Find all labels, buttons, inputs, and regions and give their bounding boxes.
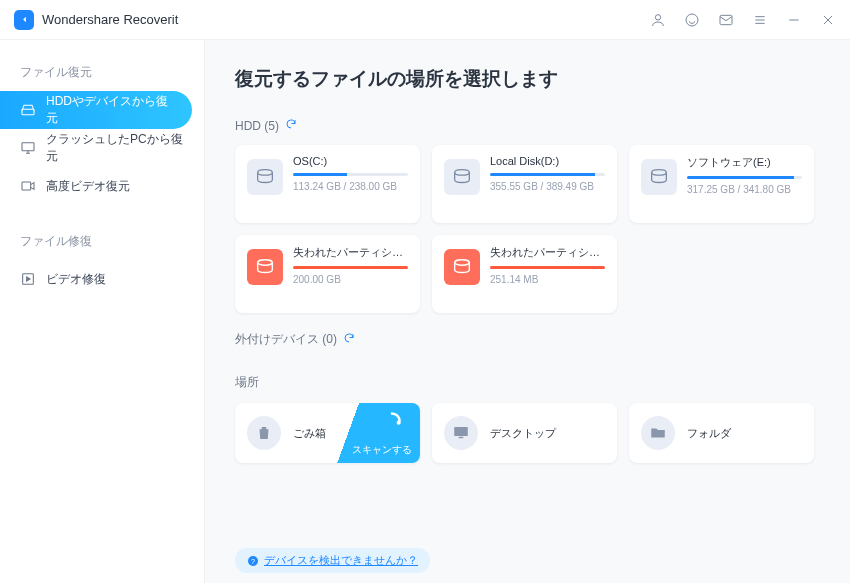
sidebar-heading-recovery: ファイル復元 xyxy=(0,58,204,91)
sidebar-item-crashed-pc[interactable]: クラッシュしたPCから復元 xyxy=(0,129,204,167)
sidebar-item-advanced-video[interactable]: 高度ビデオ復元 xyxy=(0,167,204,205)
usage-bar xyxy=(293,266,408,269)
svg-rect-2 xyxy=(720,15,732,24)
drive-card[interactable]: ソフトウェア(E:) 317.25 GB / 341.80 GB xyxy=(629,145,814,223)
support-icon[interactable] xyxy=(684,12,700,28)
location-card[interactable]: デスクトップ xyxy=(432,403,617,463)
svg-point-0 xyxy=(655,14,660,19)
location-label: 場所 xyxy=(235,374,259,391)
app-title: Wondershare Recoverit xyxy=(42,12,178,27)
svg-text:?: ? xyxy=(251,557,255,564)
section-hdd: HDD (5) xyxy=(235,118,820,133)
drive-icon xyxy=(444,249,480,285)
drive-size: 355.55 GB / 389.49 GB xyxy=(490,181,605,192)
page-title: 復元するファイルの場所を選択します xyxy=(235,66,820,92)
drive-size: 113.24 GB / 238.00 GB xyxy=(293,181,408,192)
feedback-icon[interactable] xyxy=(718,12,734,28)
svg-rect-3 xyxy=(22,109,34,114)
film-icon xyxy=(20,271,36,287)
svg-rect-13 xyxy=(454,427,468,436)
account-icon[interactable] xyxy=(650,12,666,28)
location-card[interactable]: ごみ箱 スキャンする xyxy=(235,403,420,463)
drive-card[interactable]: 失われたパーティション 2 251.14 MB xyxy=(432,235,617,313)
refresh-icon[interactable] xyxy=(285,118,297,133)
location-title: デスクトップ xyxy=(490,426,556,441)
sidebar-item-label: HDDやデバイスから復元 xyxy=(46,93,172,127)
location-icon xyxy=(444,416,478,450)
sidebar-item-label: ビデオ修復 xyxy=(46,271,106,288)
svg-rect-5 xyxy=(22,182,31,190)
drive-grid: OS(C:) 113.24 GB / 238.00 GB Local Disk(… xyxy=(235,145,820,313)
titlebar-controls xyxy=(650,12,836,28)
drive-card[interactable]: Local Disk(D:) 355.55 GB / 389.49 GB xyxy=(432,145,617,223)
svg-rect-14 xyxy=(459,437,464,439)
location-grid: ごみ箱 スキャンする デスクトップ フォルダ xyxy=(235,403,820,463)
svg-point-1 xyxy=(686,14,698,26)
close-button[interactable] xyxy=(820,12,836,28)
sidebar: ファイル復元 HDDやデバイスから復元 クラッシュしたPCから復元 高度ビデオ復… xyxy=(0,40,205,583)
minimize-button[interactable] xyxy=(786,12,802,28)
drive-icon xyxy=(444,159,480,195)
drive-icon xyxy=(247,249,283,285)
video-icon xyxy=(20,178,36,194)
usage-bar xyxy=(490,173,605,176)
drive-name: 失われたパーティション 1 xyxy=(293,245,408,260)
titlebar: Wondershare Recoverit xyxy=(0,0,850,40)
help-link[interactable]: ? デバイスを検出できませんか？ xyxy=(235,548,430,573)
drive-icon xyxy=(641,159,677,195)
drive-size: 200.00 GB xyxy=(293,274,408,285)
location-card[interactable]: フォルダ xyxy=(629,403,814,463)
svg-point-9 xyxy=(652,170,667,176)
svg-rect-4 xyxy=(22,143,34,151)
drive-size: 317.25 GB / 341.80 GB xyxy=(687,184,802,195)
refresh-icon[interactable] xyxy=(343,332,355,347)
location-title: ごみ箱 xyxy=(293,426,326,441)
drive-name: 失われたパーティション 2 xyxy=(490,245,605,260)
drive-name: OS(C:) xyxy=(293,155,408,167)
svg-point-11 xyxy=(455,260,470,266)
help-link-text: デバイスを検出できませんか？ xyxy=(264,553,418,568)
monitor-icon xyxy=(20,140,36,156)
sidebar-item-video-repair[interactable]: ビデオ修復 xyxy=(0,260,204,298)
location-title: フォルダ xyxy=(687,426,731,441)
external-label: 外付けデバイス (0) xyxy=(235,331,337,348)
usage-bar xyxy=(293,173,408,176)
section-location: 場所 xyxy=(235,374,820,391)
location-icon xyxy=(247,416,281,450)
svg-point-12 xyxy=(397,421,401,425)
sidebar-item-hdd-recovery[interactable]: HDDやデバイスから復元 xyxy=(0,91,192,129)
drive-name: ソフトウェア(E:) xyxy=(687,155,802,170)
svg-point-8 xyxy=(455,170,470,176)
scan-label: スキャンする xyxy=(352,443,412,457)
location-icon xyxy=(641,416,675,450)
sidebar-heading-repair: ファイル修復 xyxy=(0,227,204,260)
sidebar-item-label: クラッシュしたPCから復元 xyxy=(46,131,184,165)
section-external: 外付けデバイス (0) xyxy=(235,331,820,348)
app-logo xyxy=(14,10,34,30)
menu-icon[interactable] xyxy=(752,12,768,28)
drive-icon xyxy=(20,102,36,118)
drive-name: Local Disk(D:) xyxy=(490,155,605,167)
usage-bar xyxy=(687,176,802,179)
main-panel: 復元するファイルの場所を選択します HDD (5) OS(C:) 113.24 … xyxy=(205,40,850,583)
svg-point-7 xyxy=(258,170,273,176)
drive-card[interactable]: OS(C:) 113.24 GB / 238.00 GB xyxy=(235,145,420,223)
drive-size: 251.14 MB xyxy=(490,274,605,285)
svg-point-10 xyxy=(258,260,273,266)
drive-icon xyxy=(247,159,283,195)
hdd-label: HDD (5) xyxy=(235,119,279,133)
usage-bar xyxy=(490,266,605,269)
drive-card[interactable]: 失われたパーティション 1 200.00 GB xyxy=(235,235,420,313)
sidebar-item-label: 高度ビデオ復元 xyxy=(46,178,130,195)
